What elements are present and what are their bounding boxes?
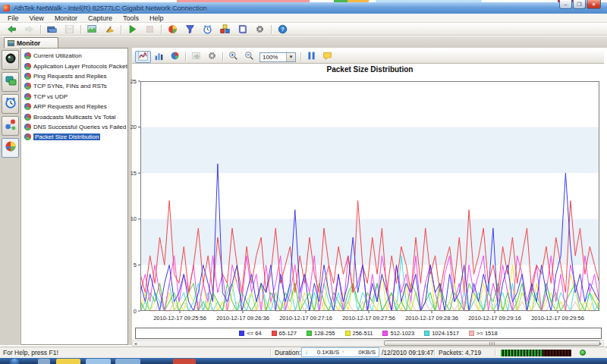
legend-item: >= 1518 bbox=[469, 330, 498, 337]
menu-item-file[interactable]: File bbox=[2, 14, 24, 23]
monitor-item-arp-requests-and-replies[interactable]: ARP Requests and Replies bbox=[21, 102, 127, 111]
pie-chart-icon bbox=[24, 103, 31, 110]
app-window: AthTek NetWalk - Intel(R) 82577LC Gigabi… bbox=[0, 0, 607, 364]
charts-view-button[interactable] bbox=[2, 138, 19, 158]
cubes-icon bbox=[220, 24, 230, 34]
menu-item-tools[interactable]: Tools bbox=[118, 14, 144, 23]
legend-label: 1024-1517 bbox=[432, 330, 459, 337]
line-mode-button[interactable] bbox=[135, 51, 151, 63]
alarm-button[interactable] bbox=[199, 24, 216, 35]
legend-swatch bbox=[469, 331, 474, 336]
svg-text:?: ? bbox=[281, 26, 285, 33]
minimize-button[interactable]: – bbox=[559, 0, 572, 9]
restore-button[interactable]: ❐ bbox=[573, 0, 586, 9]
windows-taskbar[interactable] bbox=[0, 358, 607, 364]
legend-label: >= 1518 bbox=[476, 330, 498, 337]
close-button[interactable]: × bbox=[587, 0, 601, 9]
download-speed: 0.1KB/S bbox=[310, 349, 339, 356]
monitor-item-current-utilization[interactable]: Current Utilization bbox=[21, 51, 127, 61]
taskbar-app-icon[interactable] bbox=[86, 359, 111, 364]
settings-icon bbox=[255, 24, 265, 34]
export-icon bbox=[191, 50, 201, 64]
legend-swatch bbox=[345, 331, 351, 336]
open-button[interactable] bbox=[43, 24, 61, 35]
cubes-button[interactable] bbox=[216, 24, 234, 35]
menu-item-view[interactable]: View bbox=[24, 14, 49, 23]
pie-mode-button[interactable] bbox=[167, 51, 183, 63]
legend-swatch bbox=[382, 331, 388, 336]
toolbar-separator bbox=[161, 25, 162, 34]
chevron-down-icon[interactable]: ▼ bbox=[286, 53, 295, 61]
pie-chart-icon bbox=[24, 93, 31, 100]
pie-chart-icon bbox=[24, 73, 31, 80]
start-button[interactable] bbox=[124, 24, 141, 35]
menu-bar: FileViewMonitorCaptureToolsHelp bbox=[0, 14, 607, 23]
start-orb-icon[interactable] bbox=[9, 359, 20, 364]
status-bar: For Help, press F1! Duration: 0 ↓ 0.1KB/… bbox=[0, 347, 607, 358]
zoom-level-select[interactable]: 100%▼ bbox=[259, 52, 296, 62]
status-separator bbox=[434, 349, 435, 356]
legend-label: 128-255 bbox=[314, 330, 335, 337]
monitor-item-ping-requests-and-replies[interactable]: Ping Requests and Replies bbox=[21, 71, 127, 81]
svg-text:2010-12-17 09:28:36: 2010-12-17 09:28:36 bbox=[405, 315, 458, 322]
alarm-icon bbox=[203, 24, 212, 34]
menu-item-monitor[interactable]: Monitor bbox=[49, 14, 83, 23]
toolbar-separator bbox=[222, 52, 223, 61]
back-button[interactable] bbox=[3, 24, 20, 35]
monitor-item-tcp-vs-udp[interactable]: TCP vs UDP bbox=[21, 92, 127, 102]
pie-mode-icon bbox=[170, 50, 180, 64]
monitor-item-broadcasts-multicasts-vs-total[interactable]: Broadcasts Multicasts Vs Total bbox=[21, 111, 127, 121]
monitor-view-view-button[interactable] bbox=[2, 50, 19, 70]
monitor-item-tcp-syns-fins-and-rsts[interactable]: TCP SYNs, FINs and RSTs bbox=[21, 81, 127, 91]
svg-text:2010-12-17 09:27:56: 2010-12-17 09:27:56 bbox=[342, 315, 395, 322]
pause-button[interactable] bbox=[304, 51, 319, 63]
monitor-item-packet-size-distribution[interactable]: Packet Size Distribution bbox=[21, 132, 127, 142]
clean-button[interactable] bbox=[101, 24, 118, 35]
taskbar-app-icon[interactable] bbox=[115, 359, 140, 364]
svg-text:2010-12-17 09:26:36: 2010-12-17 09:26:36 bbox=[216, 315, 269, 322]
taskbar-app-icon[interactable] bbox=[56, 359, 80, 364]
scroll-right-arrow[interactable]: ▸ bbox=[599, 341, 602, 346]
report-button[interactable] bbox=[234, 24, 251, 35]
windows-view-view-button[interactable] bbox=[2, 72, 19, 92]
tab-monitor-label: Monitor bbox=[17, 39, 40, 47]
save-button bbox=[61, 24, 78, 35]
taskbar-app-icon[interactable] bbox=[38, 359, 50, 364]
svg-text:25: 25 bbox=[131, 78, 137, 85]
tab-monitor[interactable]: Monitor bbox=[4, 37, 58, 48]
pie-chart-button[interactable] bbox=[164, 24, 181, 35]
note-button[interactable] bbox=[319, 51, 335, 63]
monitor-item-label: Ping Requests and Replies bbox=[33, 73, 107, 80]
filter-icon bbox=[185, 24, 195, 34]
legend-swatch bbox=[272, 331, 277, 336]
help-button[interactable]: ? bbox=[274, 24, 291, 35]
monitor-item-application-layer-protocols-pa[interactable]: Application Layer Protocols Packets bbox=[21, 61, 127, 71]
scroll-left-arrow[interactable]: ◂ bbox=[134, 341, 137, 346]
pie-chart-icon bbox=[168, 24, 178, 34]
status-datetime: /12/2010 09:19:47 bbox=[382, 349, 434, 356]
windows-view-icon bbox=[5, 74, 17, 89]
monitor-item-label: Broadcasts Multicasts Vs Total bbox=[33, 114, 115, 121]
horizontal-scrollbar[interactable]: ◂ ▸ bbox=[132, 340, 604, 347]
charts-icon bbox=[5, 140, 17, 155]
image-button[interactable] bbox=[83, 24, 101, 35]
zoom-out-button[interactable] bbox=[241, 51, 257, 63]
monitor-item-dns-successful-queries-vs-fail[interactable]: DNS Successful Queries vs Failed Que bbox=[21, 122, 127, 132]
bar-mode-button[interactable] bbox=[151, 51, 167, 63]
filter-button[interactable] bbox=[181, 24, 199, 35]
menu-item-capture[interactable]: Capture bbox=[83, 14, 118, 23]
scrollbar-thumb[interactable] bbox=[384, 340, 600, 346]
settings-button[interactable] bbox=[251, 24, 269, 35]
scheduler-view-button[interactable] bbox=[2, 94, 19, 114]
menu-item-help[interactable]: Help bbox=[144, 14, 169, 23]
topology-icon bbox=[5, 118, 17, 133]
zoom-in-button[interactable] bbox=[225, 51, 241, 63]
chart-settings-button[interactable] bbox=[204, 51, 220, 63]
pie-chart-icon bbox=[24, 124, 31, 130]
monitor-list: Current UtilizationApplication Layer Pro… bbox=[21, 48, 128, 345]
monitor-view-icon bbox=[5, 52, 17, 67]
topology-view-button[interactable] bbox=[2, 116, 19, 136]
taskbar-app-icon[interactable] bbox=[173, 359, 196, 364]
monitor-item-label: ARP Requests and Replies bbox=[33, 103, 107, 110]
status-separator bbox=[270, 349, 271, 356]
